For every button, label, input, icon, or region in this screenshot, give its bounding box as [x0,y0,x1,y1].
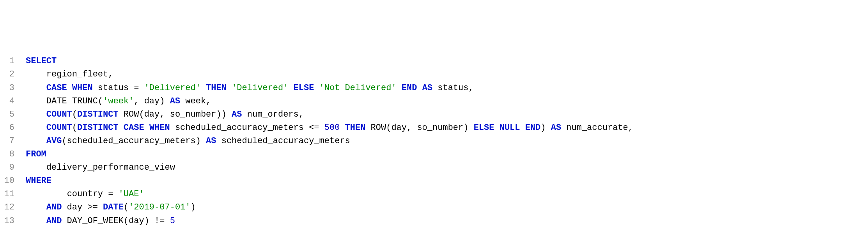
code-content: WHERE [20,174,51,188]
code-line: 13 AND DAY_OF_WEEK(day) != 5 [0,215,868,227]
line-number: 11 [0,188,20,201]
code-line: 12 AND day >= DATE('2019-07-01') [0,201,868,214]
sql-code-block: 1SELECT2 region_fleet,3 CASE WHEN status… [0,55,868,227]
line-number: 7 [0,135,20,148]
code-content: region_fleet, [20,68,113,81]
code-line: 5 COUNT(DISTINCT ROW(day, so_number)) AS… [0,108,868,121]
code-line: 2 region_fleet, [0,68,868,81]
line-number: 9 [0,161,20,174]
code-line: 1SELECT [0,55,868,68]
code-line: 3 CASE WHEN status = 'Delivered' THEN 'D… [0,82,868,95]
code-line: 11 country = 'UAE' [0,188,868,201]
code-content: COUNT(DISTINCT CASE WHEN scheduled_accur… [20,121,633,135]
code-content: COUNT(DISTINCT ROW(day, so_number)) AS n… [20,108,304,121]
code-content: delivery_performance_view [20,161,175,174]
line-number: 2 [0,68,20,81]
code-content: AND DAY_OF_WEEK(day) != 5 [20,215,175,227]
line-number: 8 [0,148,20,161]
line-number: 10 [0,174,20,188]
code-line: 6 COUNT(DISTINCT CASE WHEN scheduled_acc… [0,121,868,135]
code-content: FROM [20,148,46,161]
line-number: 5 [0,108,20,121]
line-number: 6 [0,121,20,135]
code-content: AVG(scheduled_accuracy_meters) AS schedu… [20,135,350,148]
line-number: 3 [0,82,20,95]
code-content: AND day >= DATE('2019-07-01') [20,201,196,214]
code-line: 8FROM [0,148,868,161]
code-content: SELECT [20,55,57,68]
line-number: 13 [0,215,20,227]
code-content: DATE_TRUNC('week', day) AS week, [20,95,211,108]
code-content: CASE WHEN status = 'Delivered' THEN 'Del… [20,82,474,95]
line-number: 1 [0,55,20,68]
code-line: 4 DATE_TRUNC('week', day) AS week, [0,95,868,108]
code-line: 7 AVG(scheduled_accuracy_meters) AS sche… [0,135,868,148]
code-content: country = 'UAE' [20,188,144,201]
code-line: 10WHERE [0,174,868,188]
code-line: 9 delivery_performance_view [0,161,868,174]
line-number: 4 [0,95,20,108]
line-number: 12 [0,201,20,214]
